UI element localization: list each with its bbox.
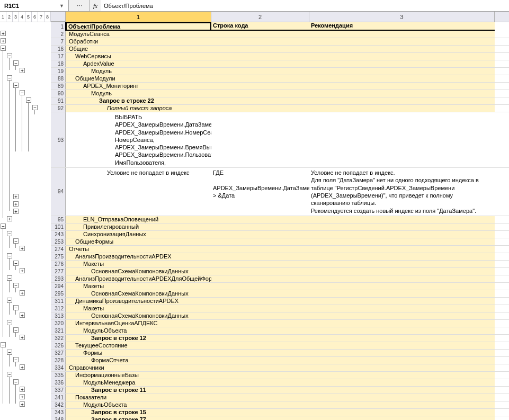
row-header[interactable]: 341 — [51, 394, 66, 401]
row-header[interactable]: 275 — [51, 253, 66, 260]
cell[interactable] — [309, 401, 495, 408]
outline-expand-button[interactable]: + — [1, 38, 6, 43]
cell[interactable] — [211, 216, 309, 223]
cell[interactable]: WebСервисы — [66, 53, 211, 60]
cell[interactable] — [211, 283, 309, 290]
outline-collapse-button[interactable]: − — [13, 327, 19, 333]
cell[interactable] — [211, 275, 309, 282]
cell[interactable] — [309, 83, 495, 90]
row-header[interactable]: 90 — [51, 90, 66, 97]
cell[interactable] — [211, 253, 309, 260]
cell[interactable] — [211, 53, 309, 60]
outline-collapse-button[interactable]: − — [13, 83, 19, 88]
cell[interactable] — [211, 75, 309, 82]
row-header[interactable]: 16 — [51, 46, 66, 52]
cell[interactable] — [309, 216, 495, 223]
outline-expand-button[interactable]: + — [7, 216, 12, 221]
outline-collapse-button[interactable]: − — [26, 97, 31, 103]
cell[interactable] — [211, 268, 309, 275]
outline-level-3[interactable]: 3 — [13, 12, 19, 22]
row-header[interactable]: 295 — [51, 290, 66, 297]
cell[interactable] — [309, 290, 495, 297]
row-header[interactable]: 93 — [51, 112, 66, 167]
cell[interactable]: Условие не попадает в индекс. Для поля "… — [309, 168, 495, 216]
outline-collapse-button[interactable]: − — [13, 379, 19, 385]
cell[interactable] — [309, 350, 495, 356]
dropdown-arrow-icon[interactable]: ▼ — [59, 3, 64, 8]
outline-expand-button[interactable]: + — [20, 394, 25, 399]
cell[interactable] — [211, 246, 309, 253]
row-header[interactable]: 1 — [51, 22, 66, 31]
cell[interactable] — [309, 379, 495, 386]
cell[interactable]: МодульСеанса — [66, 31, 211, 38]
cell[interactable] — [211, 379, 309, 386]
cell[interactable] — [211, 97, 309, 104]
row-header[interactable]: 313 — [51, 312, 66, 319]
outline-expand-button[interactable]: + — [13, 209, 19, 214]
row-header[interactable]: 94 — [51, 168, 66, 216]
outline-collapse-button[interactable]: − — [7, 298, 12, 303]
cell[interactable]: Привилегированный — [66, 224, 211, 230]
outline-collapse-button[interactable]: − — [20, 90, 25, 95]
row-header[interactable]: 321 — [51, 327, 66, 334]
cell[interactable]: Модуль — [66, 90, 211, 97]
cell[interactable]: Показатели — [66, 394, 211, 401]
row-header[interactable]: 88 — [51, 75, 66, 82]
outline-collapse-button[interactable]: − — [13, 238, 19, 244]
outline-expand-button[interactable]: + — [13, 194, 19, 199]
cell[interactable] — [211, 224, 309, 230]
cell[interactable] — [309, 112, 495, 167]
select-all-corner[interactable] — [51, 12, 66, 22]
row-header[interactable]: 91 — [51, 97, 66, 104]
cell[interactable]: Запрос в строке 22 — [66, 97, 211, 104]
cell[interactable] — [211, 416, 309, 420]
cell[interactable]: ИнтервальнаяОценкаАПДЕКС — [66, 320, 211, 327]
outline-level-2[interactable]: 2 — [6, 12, 13, 22]
cell[interactable] — [309, 298, 495, 305]
outline-collapse-button[interactable]: − — [7, 253, 12, 258]
outline-level-5[interactable]: 5 — [25, 12, 32, 22]
cell[interactable] — [211, 298, 309, 305]
cell[interactable]: ОсновнаяСхемаКомпоновкиДанных — [66, 312, 211, 319]
outline-collapse-button[interactable]: − — [7, 75, 12, 81]
row-header[interactable]: 95 — [51, 216, 66, 223]
cell[interactable] — [309, 246, 495, 253]
cell[interactable]: ГДЕ APDEX_ЗамерыВремени.ДатаЗамера > &Да… — [211, 168, 309, 216]
cell[interactable] — [309, 224, 495, 230]
row-header[interactable]: 320 — [51, 320, 66, 327]
outline-expand-button[interactable]: + — [13, 201, 19, 207]
cell[interactable] — [211, 31, 309, 38]
cell[interactable] — [309, 320, 495, 327]
cell[interactable] — [309, 231, 495, 238]
cell[interactable] — [309, 46, 495, 52]
cell[interactable]: МодульОбъекта — [66, 327, 211, 334]
cell[interactable] — [309, 394, 495, 401]
column-header-1[interactable]: 1 — [66, 12, 211, 22]
cell[interactable] — [309, 75, 495, 82]
outline-expand-button[interactable]: + — [20, 312, 25, 318]
cell[interactable] — [211, 38, 309, 45]
outline-expand-button[interactable]: + — [20, 364, 25, 370]
cell[interactable] — [309, 53, 495, 60]
row-header[interactable]: 335 — [51, 372, 66, 379]
column-header-2[interactable]: 2 — [211, 12, 309, 22]
row-header[interactable]: 277 — [51, 268, 66, 275]
cell[interactable]: ОсновнаяСхемаКомпоновкиДанных — [66, 268, 211, 275]
row-header[interactable]: 334 — [51, 364, 66, 371]
cell[interactable]: ИнформационныеБазы — [66, 372, 211, 379]
outline-collapse-button[interactable]: − — [7, 53, 12, 58]
cell[interactable] — [309, 253, 495, 260]
cell[interactable]: Объект/Проблема — [66, 22, 211, 31]
row-header[interactable]: 311 — [51, 298, 66, 305]
outline-collapse-button[interactable]: − — [13, 283, 19, 288]
cell[interactable] — [309, 327, 495, 334]
outline-expand-button[interactable]: + — [20, 290, 25, 296]
cell[interactable]: ТекущееСостояние — [66, 342, 211, 349]
outline-collapse-button[interactable]: − — [32, 105, 38, 110]
row-header[interactable]: 19 — [51, 68, 66, 75]
outline-collapse-button[interactable]: − — [13, 357, 19, 362]
cell[interactable]: Справочники — [66, 364, 211, 371]
outline-collapse-button[interactable]: − — [7, 372, 12, 377]
row-header[interactable]: 17 — [51, 53, 66, 60]
cell[interactable] — [211, 312, 309, 319]
